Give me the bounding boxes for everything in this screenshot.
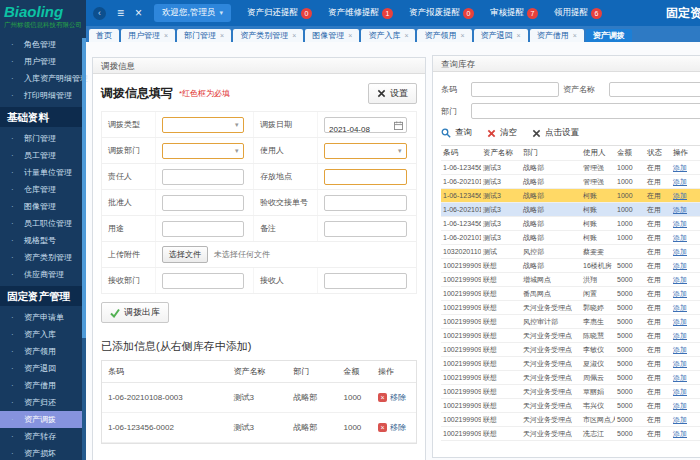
tab[interactable]: 资产领用 × <box>417 29 471 42</box>
add-link[interactable]: 添加 <box>673 262 687 269</box>
tab-close-icon[interactable]: × <box>292 29 296 42</box>
hamburger-menu-icon[interactable]: ≡ <box>117 6 124 20</box>
tab-close-icon[interactable]: × <box>220 29 224 42</box>
collapse-sidebar-button[interactable]: ‹ <box>93 7 106 20</box>
receive-user-input[interactable] <box>324 273 407 289</box>
add-link[interactable]: 添加 <box>673 318 687 325</box>
tab[interactable]: 用户管理 × <box>121 29 175 42</box>
choose-file-button[interactable]: 选择文件 <box>162 246 208 263</box>
tab[interactable]: 部门管理 × <box>177 29 231 42</box>
department-select[interactable]: ▾ <box>471 103 700 119</box>
settings-button[interactable]: 设置 <box>368 83 417 104</box>
transfer-type-select[interactable]: ▾ <box>162 117 244 133</box>
notification-link[interactable]: 资产报废提醒 0 <box>409 7 474 19</box>
responsible-input[interactable] <box>162 169 244 185</box>
cell-dept: 战略部 <box>521 205 581 215</box>
tab-close-icon[interactable]: × <box>517 29 521 42</box>
add-link[interactable]: 添加 <box>673 402 687 409</box>
barcode-input[interactable] <box>471 82 559 97</box>
sidebar-item[interactable]: 资产损坏 <box>0 445 86 460</box>
asset-name-input[interactable] <box>609 82 700 97</box>
remove-button[interactable]: × 移除 <box>378 422 406 433</box>
add-link[interactable]: 添加 <box>673 164 687 171</box>
tab[interactable]: 首页 <box>89 29 119 42</box>
tab[interactable]: 图像管理 × <box>305 29 359 42</box>
tab-close-icon[interactable]: × <box>348 29 352 42</box>
notification-link[interactable]: 审核提醒 7 <box>490 7 538 19</box>
add-link[interactable]: 添加 <box>673 430 687 437</box>
sidebar-item[interactable]: 资产类别管理 <box>0 249 86 266</box>
tab[interactable]: 资产类别管理 × <box>233 29 303 42</box>
add-link[interactable]: 添加 <box>673 276 687 283</box>
sidebar-item[interactable]: 图像管理 <box>0 198 86 215</box>
add-link[interactable]: 添加 <box>673 248 687 255</box>
location-input[interactable] <box>324 169 407 185</box>
transfer-dept-select[interactable]: ▾ <box>162 143 244 159</box>
clear-button[interactable]: 清空 <box>487 127 517 139</box>
add-link[interactable]: 添加 <box>673 388 687 395</box>
sidebar-item[interactable]: 资产领用 <box>0 343 86 360</box>
column-settings-button[interactable]: 点击设置 <box>532 127 579 139</box>
add-link[interactable]: 添加 <box>673 332 687 339</box>
transfer-out-button[interactable]: 调拨出库 <box>101 302 169 323</box>
sidebar-item[interactable]: 员工职位管理 <box>0 215 86 232</box>
sidebar-item[interactable]: 固定资产管理 <box>0 286 86 306</box>
sidebar-item[interactable]: 仓库管理 <box>0 181 86 198</box>
sidebar-item[interactable]: 部门管理 <box>0 130 86 147</box>
sidebar-item[interactable]: 资产申请单 <box>0 309 86 326</box>
search-button[interactable]: 查询 <box>441 127 472 139</box>
sidebar-item[interactable]: 规格型号 <box>0 232 86 249</box>
user-select[interactable]: ▾ <box>324 143 407 159</box>
receipt-no-input[interactable] <box>324 195 407 211</box>
sidebar-item[interactable]: 基础资料 <box>0 107 86 127</box>
add-link[interactable]: 添加 <box>673 416 687 423</box>
sidebar-item[interactable]: 员工管理 <box>0 147 86 164</box>
add-link[interactable]: 添加 <box>673 346 687 353</box>
approver-input[interactable] <box>162 195 244 211</box>
remark-input[interactable] <box>324 221 407 237</box>
sidebar-item[interactable]: 资产入库 <box>0 326 86 343</box>
add-link[interactable]: 添加 <box>673 178 687 185</box>
add-link[interactable]: 添加 <box>673 192 687 199</box>
add-link[interactable]: 添加 <box>673 206 687 213</box>
scrollbar-thumb[interactable] <box>82 38 86 338</box>
sidebar-item[interactable]: 计量单位管理 <box>0 164 86 181</box>
purpose-input[interactable] <box>162 221 244 237</box>
sidebar-item[interactable]: 资产调拨 <box>0 411 82 428</box>
tab-close-icon[interactable]: × <box>573 29 577 42</box>
add-link[interactable]: 添加 <box>673 374 687 381</box>
tab[interactable]: 资产借用 × <box>530 29 584 42</box>
tab[interactable]: 资产入库 × <box>361 29 415 42</box>
sidebar-item[interactable]: 角色管理 <box>0 36 86 53</box>
receive-dept-input[interactable] <box>162 273 244 289</box>
user-menu-button[interactable]: 欢迎您,管理员 ▾ <box>154 4 231 22</box>
add-link[interactable]: 添加 <box>673 234 687 241</box>
cell-dept: 天河业务受理点 <box>521 373 581 383</box>
sidebar-item[interactable]: 资产退回 <box>0 360 86 377</box>
sidebar-item[interactable]: 供应商管理 <box>0 266 86 283</box>
add-link[interactable]: 添加 <box>673 304 687 311</box>
remove-button[interactable]: × 移除 <box>378 392 406 403</box>
transfer-date-input[interactable] <box>324 117 407 133</box>
calendar-icon[interactable] <box>394 121 403 130</box>
notification-link[interactable]: 资产维修提醒 1 <box>328 7 393 19</box>
add-link[interactable]: 添加 <box>673 360 687 367</box>
tab-close-icon[interactable]: × <box>460 29 464 42</box>
close-icon[interactable]: × <box>135 6 142 20</box>
sidebar-item[interactable]: 用户管理 <box>0 53 86 70</box>
sidebar-item[interactable]: 打印明细管理 <box>0 87 86 104</box>
sidebar-item[interactable]: 资产转存 <box>0 428 86 445</box>
add-link[interactable]: 添加 <box>673 220 687 227</box>
sidebar-item[interactable]: 资产归还 <box>0 394 86 411</box>
tab[interactable]: 资产调拨 <box>586 29 632 42</box>
sidebar-item[interactable]: 入库资产明细管理 <box>0 70 86 87</box>
notification-link[interactable]: 资产归还提醒 0 <box>247 7 312 19</box>
sidebar-item[interactable]: 资产借用 <box>0 377 86 394</box>
inventory-row: 10021999090029 联想 天河业务受理点 覃丽娟 5000 在用 添加 <box>441 385 700 399</box>
tab-close-icon[interactable]: × <box>164 29 168 42</box>
tab[interactable]: 资产退回 × <box>474 29 528 42</box>
notification-link[interactable]: 领用提醒 6 <box>554 7 602 19</box>
sidebar-scrollbar[interactable] <box>82 38 86 460</box>
tab-close-icon[interactable]: × <box>404 29 408 42</box>
add-link[interactable]: 添加 <box>673 290 687 297</box>
